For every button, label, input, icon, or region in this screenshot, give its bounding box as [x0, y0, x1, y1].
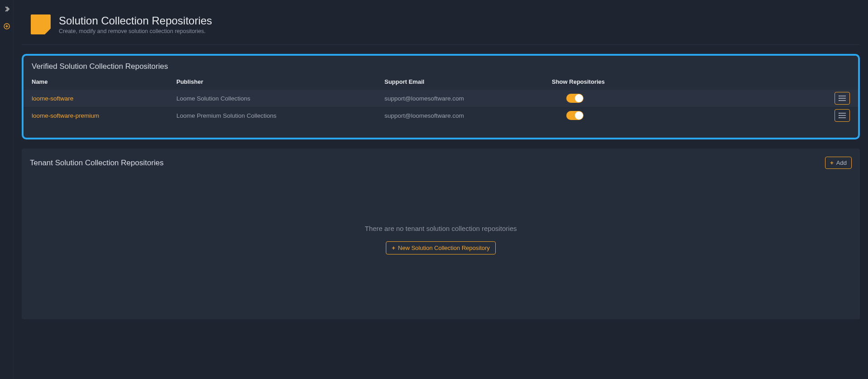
sidebar — [0, 0, 14, 379]
repo-email: support@loomesoftware.com — [384, 112, 552, 119]
table-row: loome-software Loome Solution Collection… — [24, 90, 858, 107]
repo-name-link[interactable]: loome-software-premium — [32, 112, 176, 119]
tenant-panel-title: Tenant Solution Collection Repositories — [30, 158, 164, 168]
repo-name-link[interactable]: loome-software — [32, 95, 176, 102]
verified-table: Name Publisher Support Email Show Reposi… — [24, 77, 858, 124]
page-title: Solution Collection Repositories — [59, 14, 212, 27]
list-icon — [839, 113, 846, 118]
new-repository-label: New Solution Collection Repository — [398, 245, 490, 251]
col-email: Support Email — [384, 78, 552, 85]
tenant-repositories-panel: Tenant Solution Collection Repositories … — [22, 149, 860, 319]
list-icon — [839, 96, 846, 101]
tenant-empty-state: There are no tenant solution collection … — [22, 172, 860, 307]
repo-email: support@loomesoftware.com — [384, 95, 552, 102]
page-subtitle: Create, modify and remove solution colle… — [59, 28, 212, 34]
col-publisher: Publisher — [176, 78, 384, 85]
show-repositories-toggle[interactable] — [566, 111, 583, 120]
svg-point-6 — [839, 117, 840, 118]
svg-point-4 — [839, 113, 840, 114]
table-row: loome-software-premium Loome Premium Sol… — [24, 107, 858, 124]
svg-point-2 — [839, 98, 840, 99]
note-icon — [31, 14, 51, 34]
col-name: Name — [32, 78, 176, 85]
add-button-label: Add — [836, 159, 847, 166]
list-button[interactable] — [835, 92, 850, 105]
empty-message: There are no tenant solution collection … — [365, 225, 517, 232]
show-repositories-toggle[interactable] — [566, 94, 583, 103]
list-button[interactable] — [835, 109, 850, 122]
svg-point-3 — [839, 100, 840, 101]
new-repository-button[interactable]: + New Solution Collection Repository — [386, 241, 496, 254]
repo-publisher: Loome Solution Collections — [176, 95, 384, 102]
plus-icon: + — [830, 159, 834, 166]
main-content: Solution Collection Repositories Create,… — [14, 0, 868, 379]
plus-icon: + — [392, 245, 395, 251]
svg-point-5 — [839, 115, 840, 116]
add-button[interactable]: + Add — [825, 157, 852, 169]
repo-publisher: Loome Premium Solution Collections — [176, 112, 384, 119]
svg-point-1 — [839, 96, 840, 96]
table-header: Name Publisher Support Email Show Reposi… — [24, 77, 858, 90]
col-show: Show Repositories — [552, 78, 669, 85]
add-icon[interactable] — [3, 23, 10, 30]
verified-panel-title: Verified Solution Collection Repositorie… — [24, 62, 858, 77]
page-header: Solution Collection Repositories Create,… — [22, 0, 860, 45]
verified-repositories-panel: Verified Solution Collection Repositorie… — [22, 54, 860, 139]
expand-sidebar-icon[interactable] — [3, 5, 10, 13]
